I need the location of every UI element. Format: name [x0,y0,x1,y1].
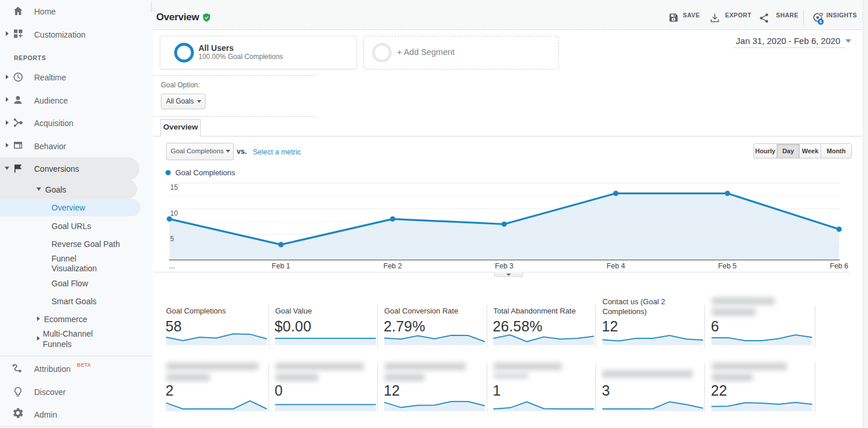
svg-text:5: 5 [170,235,174,243]
svg-text:...: ... [169,262,175,270]
svg-text:10: 10 [170,209,178,217]
svg-text:Feb 5: Feb 5 [718,262,737,270]
svg-text:15: 15 [170,183,178,191]
svg-text:6: 6 [819,19,822,24]
svg-text:Feb 1: Feb 1 [272,262,290,270]
svg-text:Feb 2: Feb 2 [384,262,402,270]
svg-text:Feb 3: Feb 3 [495,262,513,270]
svg-text:Feb 4: Feb 4 [606,262,625,270]
svg-text:Feb 6: Feb 6 [830,262,848,270]
